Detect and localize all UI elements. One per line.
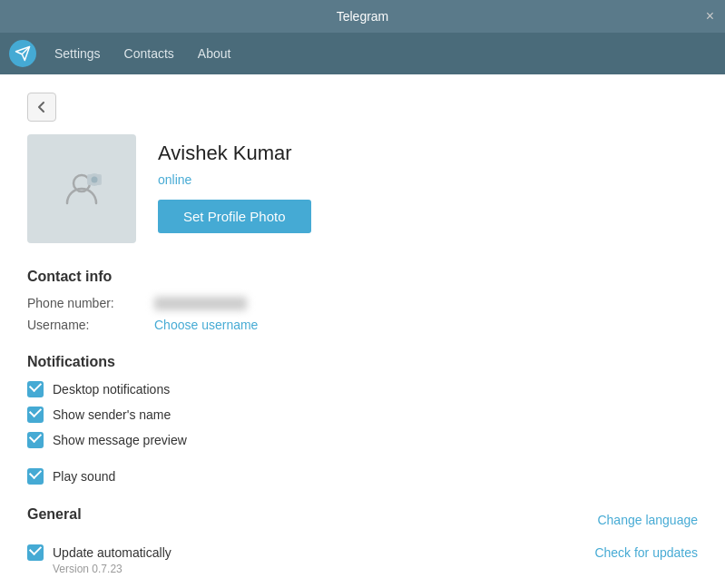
update-auto-checkbox-row[interactable]: Update automatically [27, 544, 171, 561]
avatar [27, 134, 136, 243]
version-text: Version 0.7.23 [53, 563, 698, 575]
profile-info: Avishek Kumar online Set Profile Photo [158, 134, 311, 233]
show-message-preview-checkbox[interactable] [27, 432, 44, 448]
play-sound-label: Play sound [53, 469, 115, 484]
show-sender-name-label: Show sender's name [53, 407, 171, 422]
desktop-notifications-row[interactable]: Desktop notifications [27, 381, 698, 397]
contact-info-title: Contact info [27, 269, 698, 285]
profile-status: online [158, 172, 311, 187]
notifications-section: Notifications Desktop notifications Show… [27, 354, 698, 485]
desktop-notifications-checkbox[interactable] [27, 381, 44, 397]
menu-item-settings[interactable]: Settings [45, 43, 110, 64]
menu-bar: Settings Contacts About [0, 33, 725, 74]
play-sound-checkbox[interactable] [27, 468, 44, 485]
back-button[interactable] [27, 93, 56, 122]
phone-value: +7 000 000 0000 [154, 297, 247, 310]
update-auto-checkbox[interactable] [27, 544, 44, 561]
close-button[interactable]: × [706, 9, 714, 24]
app-logo [9, 40, 36, 67]
update-automatically-row: Update automatically Check for updates [27, 544, 698, 561]
show-sender-name-checkbox[interactable] [27, 407, 44, 423]
title-bar: Telegram × [0, 0, 725, 33]
app-title: Telegram [337, 9, 389, 24]
phone-label: Phone number: [27, 296, 154, 310]
username-label: Username: [27, 318, 154, 332]
general-section: General Change language Update automatic… [27, 506, 698, 575]
change-language-link[interactable]: Change language [597, 513, 698, 527]
play-sound-row[interactable]: Play sound [27, 468, 698, 485]
main-content: Avishek Kumar online Set Profile Photo C… [0, 74, 725, 588]
svg-rect-4 [91, 174, 94, 176]
show-sender-name-row[interactable]: Show sender's name [27, 407, 698, 423]
menu-item-about[interactable]: About [189, 43, 240, 64]
set-profile-photo-button[interactable]: Set Profile Photo [158, 200, 311, 233]
profile-name: Avishek Kumar [158, 142, 311, 165]
profile-section: Avishek Kumar online Set Profile Photo [27, 134, 698, 243]
general-title: General [27, 506, 82, 523]
show-message-preview-row[interactable]: Show message preview [27, 432, 698, 448]
notifications-title: Notifications [27, 354, 698, 370]
general-header: General Change language [27, 506, 698, 534]
contact-info-section: Contact info Phone number: +7 000 000 00… [27, 269, 698, 332]
menu-item-contacts[interactable]: Contacts [115, 43, 183, 64]
desktop-notifications-label: Desktop notifications [53, 382, 170, 397]
phone-row: Phone number: +7 000 000 0000 [27, 296, 698, 310]
username-row: Username: Choose username [27, 318, 698, 332]
check-for-updates-link[interactable]: Check for updates [594, 545, 698, 560]
svg-point-3 [92, 177, 98, 183]
show-message-preview-label: Show message preview [53, 433, 187, 447]
update-auto-label: Update automatically [53, 545, 171, 560]
update-auto-left: Update automatically [27, 544, 171, 561]
choose-username-link[interactable]: Choose username [154, 318, 258, 332]
